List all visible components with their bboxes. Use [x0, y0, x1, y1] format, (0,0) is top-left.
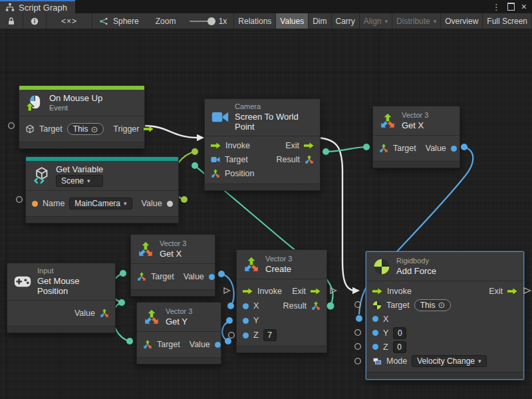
float-port-dot[interactable]: [372, 330, 378, 336]
object-port-dot[interactable]: [167, 201, 173, 207]
flow-output-icon[interactable]: [144, 126, 154, 132]
flow-output-icon[interactable]: [304, 142, 314, 149]
target-this-button[interactable]: This ⊙: [414, 299, 452, 311]
flow-input-icon[interactable]: [211, 142, 221, 149]
node-get-mouse-position[interactable]: Input Get Mouse Position Value: [7, 263, 116, 333]
vector3-icon[interactable]: [143, 340, 152, 349]
node-on-mouse-up[interactable]: On Mouse Up Event Target This ⊙ Trigger: [19, 85, 145, 149]
exit-port-label: Exit: [285, 141, 299, 150]
window-close-icon[interactable]: ×: [521, 2, 527, 11]
tab-script-graph[interactable]: Script Graph: [0, 0, 75, 13]
node-screen-to-world-point[interactable]: Camera Screen To World Point Invoke Exit…: [204, 98, 321, 191]
x-port-label: X: [253, 301, 259, 311]
edit-code-button[interactable]: <×>: [47, 13, 92, 29]
mode-dropdown[interactable]: Velocity Change ▾: [412, 355, 486, 367]
node-add-force[interactable]: Rigidbody Add Force Invoke Exit Target T…: [366, 251, 524, 380]
target-port-label: Target: [157, 340, 180, 349]
flow-output-icon[interactable]: [507, 288, 517, 295]
invoke-port-label: Invoke: [387, 287, 412, 296]
node-footer: [26, 216, 178, 223]
zoom-group: Sphere Zoom 1x: [92, 13, 234, 29]
rigidbody-icon: [372, 301, 382, 310]
graph-canvas[interactable]: On Mouse Up Event Target This ⊙ Trigger: [0, 29, 532, 399]
y-port-label: Y: [253, 316, 259, 325]
dim-button[interactable]: Dim: [309, 13, 331, 29]
lock-button[interactable]: [0, 13, 23, 29]
graph-hierarchy-icon: [5, 3, 15, 12]
overview-button[interactable]: Overview: [441, 13, 483, 29]
vector3-icon: [243, 257, 259, 273]
float-port-dot[interactable]: [372, 316, 378, 322]
float-port-dot[interactable]: [243, 332, 249, 338]
flow-input-icon[interactable]: [372, 288, 382, 295]
float-port-dot[interactable]: [243, 303, 249, 309]
vector3-icon[interactable]: [311, 301, 321, 311]
node-header: Get Variable Scene ▾: [26, 161, 178, 190]
value-port-label: Value: [426, 144, 446, 153]
float-port-dot[interactable]: [243, 318, 249, 324]
wire-gety-value-to-create-y[interactable]: [222, 321, 229, 341]
node-category: Vector 3: [265, 255, 292, 263]
dropdown-arrow-icon: ▾: [478, 358, 481, 364]
float-port-dot[interactable]: [372, 344, 378, 350]
port-row: Y 0: [366, 326, 523, 340]
unity-script-graph-window: Script Graph ⋮ × <×> Sphere Zoom 1x Rela…: [0, 0, 532, 399]
window-maximize-icon[interactable]: [507, 3, 515, 11]
value-port-label: Value: [74, 309, 95, 318]
variable-name-dropdown[interactable]: MainCamera ▾: [69, 198, 132, 209]
port-row: Y: [237, 313, 327, 328]
relations-button[interactable]: Relations: [234, 13, 276, 29]
string-port-dot[interactable]: [32, 201, 38, 207]
node-get-variable[interactable]: Get Variable Scene ▾ Name MainCamera ▾: [25, 156, 179, 223]
lock-icon: [7, 17, 16, 26]
float-port-dot[interactable]: [215, 342, 221, 348]
window-controls: ⋮ ×: [492, 0, 532, 13]
node-footer: [7, 326, 115, 332]
port-row: Target Value: [373, 138, 460, 158]
wire-getx-mid-value-to-create-x[interactable]: [221, 274, 234, 305]
graph-toolbar: <×> Sphere Zoom 1x Relations Values Dim …: [0, 13, 532, 29]
vector3-icon[interactable]: [379, 144, 388, 153]
align-button[interactable]: Align ▾: [360, 13, 392, 29]
zoom-slider[interactable]: [190, 21, 213, 22]
float-port-dot[interactable]: [451, 146, 457, 152]
zoom-slider-handle[interactable]: [207, 17, 215, 25]
node-title: Screen To World Point: [235, 112, 313, 132]
node-create-vector3[interactable]: Vector 3 Create Invoke Exit X Result: [236, 249, 327, 353]
node-get-x-mid[interactable]: Vector 3 Get X Target Value: [130, 234, 215, 297]
port-row: X: [366, 312, 523, 326]
x-port-label: X: [383, 315, 388, 324]
position-port-label: Position: [225, 169, 254, 178]
node-category: Vector 3: [166, 307, 192, 316]
info-button[interactable]: [23, 13, 47, 29]
node-get-y[interactable]: Vector 3 Get Y Target Value: [136, 302, 221, 364]
flow-output-icon[interactable]: [311, 288, 321, 295]
full-screen-button[interactable]: Full Screen: [483, 13, 532, 29]
vector3-icon[interactable]: [211, 169, 220, 178]
wire-result-to-getx-top-target[interactable]: [326, 147, 366, 152]
z-value-field[interactable]: 7: [263, 329, 277, 341]
vector3-icon[interactable]: [305, 155, 314, 164]
y-value-field[interactable]: 0: [393, 327, 406, 339]
node-title: Get Y: [166, 317, 192, 327]
z-value-field[interactable]: 0: [393, 341, 406, 353]
target-this-button[interactable]: This ⊙: [67, 123, 104, 135]
vector3-icon: [380, 113, 396, 129]
vector3-icon[interactable]: [100, 309, 109, 318]
window-menu-icon[interactable]: ⋮: [492, 3, 501, 11]
rigidbody-icon: [373, 258, 390, 275]
port-row: Position: [205, 167, 320, 181]
carry-button[interactable]: Carry: [332, 13, 360, 29]
distribute-button[interactable]: Distribute ▾: [392, 13, 441, 29]
flow-input-icon[interactable]: [243, 288, 253, 295]
node-header: Rigidbody Add Force: [366, 252, 523, 281]
vector3-icon[interactable]: [137, 272, 146, 281]
float-port-dot[interactable]: [209, 274, 215, 280]
invoke-port-label: Invoke: [225, 141, 250, 150]
this-label: This: [73, 124, 88, 134]
zoom-label: Zoom: [156, 17, 176, 26]
variable-scope-dropdown[interactable]: Scene ▾: [56, 175, 103, 187]
graph-name: Sphere: [113, 17, 139, 26]
node-get-x-top[interactable]: Vector 3 Get X Target Value: [372, 106, 460, 168]
values-button[interactable]: Values: [276, 13, 309, 29]
